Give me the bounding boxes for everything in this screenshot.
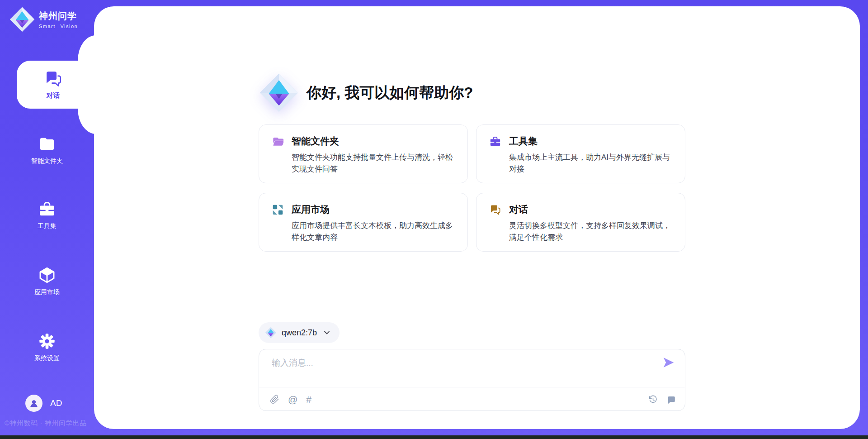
card-toolset[interactable]: 工具集 集成市场上主流工具，助力AI与外界无缝扩展与对接 <box>476 124 685 183</box>
main-panel: 你好, 我可以如何帮助你? 智能文件夹 智能文件夹功能支持批量文件上传与清洗，轻… <box>94 6 860 429</box>
folder-open-icon <box>272 135 284 148</box>
tab-flare-top <box>78 35 96 61</box>
chat-icon <box>43 69 63 88</box>
assistant-logo-icon <box>259 72 299 113</box>
sidebar-item-label: 对话 <box>47 91 60 100</box>
attachment-icon[interactable] <box>270 395 279 404</box>
card-description: 智能文件夹功能支持批量文件上传与清洗，轻松实现文件问答 <box>292 152 455 175</box>
chevron-down-icon <box>323 329 330 336</box>
card-header: 对话 <box>489 203 672 216</box>
brand-logo: 神州问学 Smart Vision <box>9 6 78 33</box>
card-header: 工具集 <box>489 135 672 148</box>
hash-icon[interactable]: # <box>306 395 311 404</box>
card-title: 对话 <box>509 203 528 216</box>
feature-cards: 智能文件夹 智能文件夹功能支持批量文件上传与清洗，轻松实现文件问答 工具集 <box>259 124 685 252</box>
brand-subtitle: Smart Vision <box>39 24 78 29</box>
tab-flare-bottom <box>78 109 96 134</box>
sidebar-item-toolset[interactable]: 工具集 <box>0 200 94 230</box>
avatar <box>25 395 42 412</box>
message-input[interactable] <box>271 358 614 368</box>
sidebar-item-label: 工具集 <box>38 222 57 230</box>
history-icon[interactable] <box>648 395 658 404</box>
brand-text: 神州问学 Smart Vision <box>39 10 78 29</box>
card-chat[interactable]: 对话 灵活切换多模型文件，支持多样回复效果调试，满足个性化需求 <box>476 193 685 252</box>
greeting-title: 你好, 我可以如何帮助你? <box>307 83 473 103</box>
sidebar: 神州问学 Smart Vision 对话 智能文件夹 <box>0 0 94 439</box>
card-smart-folder[interactable]: 智能文件夹 智能文件夹功能支持批量文件上传与清洗，轻松实现文件问答 <box>259 124 468 183</box>
sidebar-item-label: 系统设置 <box>34 354 60 363</box>
grid-icon <box>272 204 284 216</box>
card-title: 应用市场 <box>292 203 330 216</box>
card-header: 应用市场 <box>272 203 455 216</box>
card-app-market[interactable]: 应用市场 应用市场提供丰富长文本模板，助力高效生成多样化文章内容 <box>259 193 468 252</box>
model-selector[interactable]: qwen2:7b <box>259 322 340 343</box>
brand-logo-icon <box>9 6 35 33</box>
brand-name: 神州问学 <box>39 10 78 22</box>
chat-bubble-icon[interactable] <box>666 395 676 404</box>
send-button[interactable] <box>661 356 676 370</box>
card-title: 工具集 <box>509 135 538 148</box>
sidebar-item-label: 智能文件夹 <box>31 157 63 165</box>
bottom-strip <box>0 435 868 439</box>
user-profile[interactable]: AD <box>25 395 62 412</box>
model-name: qwen2:7b <box>282 328 317 338</box>
toolbox-icon <box>38 200 57 218</box>
greeting-row: 你好, 我可以如何帮助你? <box>259 72 473 113</box>
user-initials: AD <box>50 398 62 408</box>
folder-icon <box>38 135 57 153</box>
composer-input-area <box>259 349 685 387</box>
content-column: 你好, 我可以如何帮助你? 智能文件夹 智能文件夹功能支持批量文件上传与清洗，轻… <box>259 6 685 429</box>
model-logo-icon <box>265 327 277 339</box>
sidebar-item-smart-folder[interactable]: 智能文件夹 <box>0 135 94 165</box>
card-title: 智能文件夹 <box>292 135 339 148</box>
gear-icon <box>38 332 57 350</box>
message-composer: @ # <box>259 349 685 411</box>
card-description: 集成市场上主流工具，助力AI与外界无缝扩展与对接 <box>509 152 672 175</box>
card-description: 灵活切换多模型文件，支持多样回复效果调试，满足个性化需求 <box>509 220 672 243</box>
card-header: 智能文件夹 <box>272 135 455 148</box>
person-icon <box>29 398 39 408</box>
send-icon <box>662 356 675 369</box>
card-description: 应用市场提供丰富长文本模板，助力高效生成多样化文章内容 <box>292 220 455 243</box>
toolbox-icon <box>489 135 501 148</box>
sidebar-item-label: 应用市场 <box>34 288 60 296</box>
sidebar-item-app-market[interactable]: 应用市场 <box>0 266 94 296</box>
app-window: 神州问学 Smart Vision 对话 智能文件夹 <box>0 0 868 439</box>
sidebar-item-settings[interactable]: 系统设置 <box>0 332 94 363</box>
sidebar-item-chat[interactable]: 对话 <box>17 61 96 109</box>
cube-icon <box>38 266 57 284</box>
mention-icon[interactable]: @ <box>288 395 297 404</box>
composer-toolbar: @ # <box>259 387 685 411</box>
copyright: ©神州数码 · 神州问学出品 <box>5 419 86 428</box>
chat-icon <box>489 204 501 216</box>
